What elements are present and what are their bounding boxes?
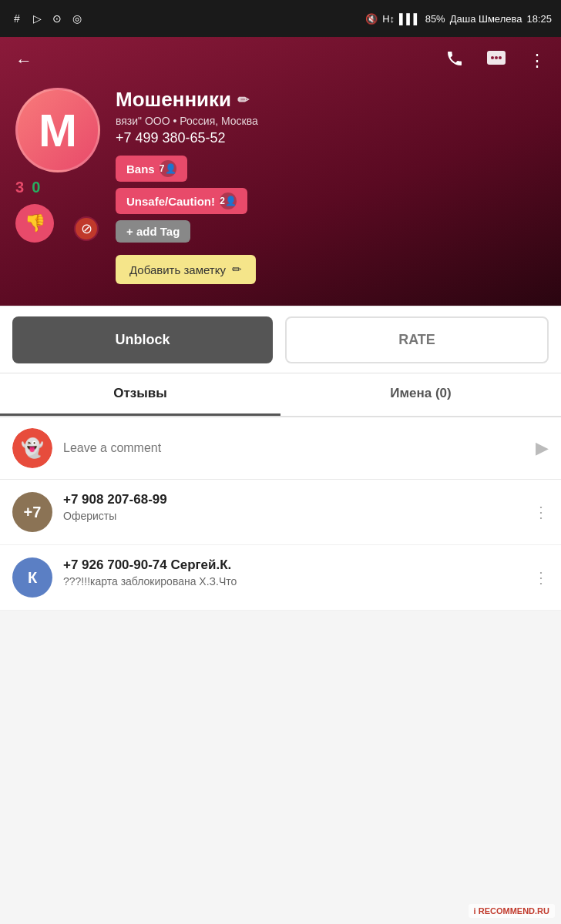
- contact-name: Мошенники ✏: [116, 88, 546, 112]
- actions-section: Unblock RATE: [0, 307, 561, 373]
- toolbar-right: ⋮: [445, 49, 546, 72]
- unblock-button[interactable]: Unblock: [12, 316, 273, 363]
- tag-unsafe-label: Unsafe/Caution!: [126, 195, 215, 208]
- contact-phone: +7 499 380-65-52: [116, 130, 546, 146]
- review-text-0: Оферисты: [63, 510, 522, 522]
- tag-unsafe[interactable]: Unsafe/Caution! 2👤: [116, 188, 247, 214]
- block-badge: ⊘: [74, 216, 99, 241]
- reviewer-avatar-1: К: [12, 557, 52, 598]
- more-button[interactable]: ⋮: [529, 51, 546, 71]
- contact-avatar: М: [15, 88, 100, 172]
- rating-negative: 0: [32, 179, 40, 196]
- review-list: +7 +7 908 207-68-99 Оферисты ⋮ К +7 926 …: [0, 480, 561, 611]
- time: 18:25: [526, 13, 552, 25]
- tag-add-button[interactable]: + add Tag: [116, 220, 190, 243]
- watermark: i RECOMMEND.RU: [469, 904, 555, 918]
- tab-reviews[interactable]: Отзывы: [0, 373, 280, 416]
- hero-section: ← ⋮ М ⊘: [0, 37, 561, 306]
- tag-unsafe-count: 2👤: [220, 192, 237, 209]
- review-phone-1: +7 926 700-90-74 Сергей.К.: [63, 557, 522, 573]
- review-content-1: +7 926 700-90-74 Сергей.К. ???!!!карта з…: [63, 557, 522, 588]
- signal-icon: H↕: [382, 13, 395, 25]
- svg-point-1: [491, 56, 494, 59]
- tag-bans[interactable]: Bans 7👤: [116, 156, 187, 182]
- toolbar-left: ←: [15, 51, 32, 71]
- tags-container: Bans 7👤 Unsafe/Caution! 2👤 + add Tag Доб…: [116, 156, 546, 284]
- chrome-icon: ⊙: [49, 11, 65, 26]
- thumbs-down-button[interactable]: 👎: [15, 204, 54, 243]
- edit-name-icon[interactable]: ✏: [237, 92, 249, 109]
- review-more-0[interactable]: ⋮: [533, 503, 549, 521]
- status-bar-right: 🔇 H↕ ▌▌▌ 85% Даша Шмелева 18:25: [365, 13, 552, 25]
- tag-bans-label: Bans: [126, 162, 155, 176]
- call-button[interactable]: [445, 49, 464, 72]
- message-button[interactable]: [485, 49, 507, 72]
- review-content-0: +7 908 207-68-99 Оферисты: [63, 492, 522, 522]
- review-item-1: К +7 926 700-90-74 Сергей.К. ???!!!карта…: [0, 545, 561, 611]
- contact-info: Мошенники ✏ вязи" ООО • Россия, Москва +…: [116, 88, 546, 284]
- tab-names[interactable]: Имена (0): [280, 373, 561, 416]
- chrome2-icon: ◎: [69, 11, 85, 26]
- mute-icon: 🔇: [365, 13, 378, 25]
- status-bar-left: # ▷ ⊙ ◎: [9, 11, 85, 26]
- rating-row: 3 0: [15, 179, 100, 196]
- send-button[interactable]: ▶: [536, 438, 549, 458]
- svg-text:👻: 👻: [21, 437, 44, 459]
- tag-bans-count: 7👤: [160, 160, 176, 177]
- review-item: +7 +7 908 207-68-99 Оферисты ⋮: [0, 480, 561, 545]
- status-bar: # ▷ ⊙ ◎ 🔇 H↕ ▌▌▌ 85% Даша Шмелева 18:25: [0, 0, 561, 37]
- hero-toolbar: ← ⋮: [15, 49, 546, 72]
- review-more-1[interactable]: ⋮: [533, 568, 549, 587]
- back-button[interactable]: ←: [15, 51, 32, 71]
- note-icon: ✏: [232, 263, 242, 276]
- avatar-wrapper: М ⊘ 3 0 👎: [15, 88, 100, 243]
- tabs-section: Отзывы Имена (0): [0, 373, 561, 417]
- hashtag-icon: #: [9, 11, 25, 26]
- username: Даша Шмелева: [450, 13, 522, 25]
- battery-percent: 85%: [425, 13, 445, 25]
- svg-point-3: [499, 56, 502, 59]
- contact-org: вязи" ООО • Россия, Москва: [116, 115, 546, 127]
- bars-icon: ▌▌▌: [399, 13, 421, 25]
- hero-content: М ⊘ 3 0 👎 Мошенники ✏ вязи" ООО • Россия…: [15, 88, 546, 284]
- svg-point-2: [495, 56, 498, 59]
- review-text-1: ???!!!карта заблокирована Х.З.Что: [63, 575, 522, 588]
- rate-button[interactable]: RATE: [285, 316, 549, 363]
- add-note-button[interactable]: Добавить заметку ✏: [116, 255, 256, 284]
- reviewer-avatar-0: +7: [12, 492, 52, 532]
- commenter-avatar: 👻: [12, 428, 52, 468]
- comment-input[interactable]: [63, 441, 525, 455]
- comment-section: 👻 ▶: [0, 417, 561, 480]
- review-phone-0: +7 908 207-68-99: [63, 492, 522, 507]
- game-icon: ▷: [29, 11, 45, 26]
- rating-positive: 3: [15, 179, 24, 196]
